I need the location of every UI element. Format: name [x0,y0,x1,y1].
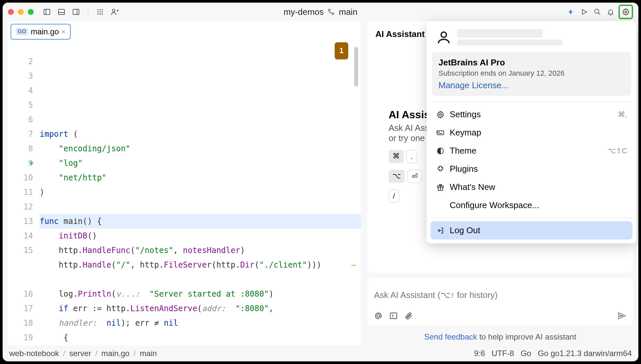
grid-icon[interactable] [95,7,105,17]
svg-point-28 [441,32,446,37]
minimize-window-button[interactable] [18,9,24,15]
tab-main-go[interactable]: GO main.go × [11,24,71,40]
shortcut-label: ⌘, [618,110,627,119]
scrollbar[interactable] [354,47,358,87]
send-icon[interactable] [617,311,626,320]
svg-point-15 [112,9,115,12]
gutter-line: 4 [8,83,33,98]
gutter-line: 16 [8,287,33,301]
code-line[interactable]: "log" [40,156,361,170]
svg-point-19 [332,13,334,15]
svg-point-18 [328,9,330,11]
branch-name: main [339,7,358,17]
manage-license-link[interactable]: Manage License... [438,80,509,91]
search-icon[interactable] [592,7,603,17]
svg-marker-24 [30,162,33,165]
plugin-icon [436,164,445,174]
project-breadcrumb[interactable]: my-demos main [283,7,358,17]
branch-icon [328,8,335,16]
kbd-slash: / [389,190,399,203]
svg-point-11 [102,11,103,13]
cursor-position[interactable]: 9:6 [474,349,485,358]
encoding[interactable]: UTF-8 [492,349,514,358]
subscription-date: Subscription ends on January 12, 2026 [438,69,624,78]
feedback-rest: to help improve AI assistant [477,332,576,341]
svg-point-23 [625,11,627,13]
warnings-badge[interactable]: 1 [335,42,348,59]
settings-button-highlighted[interactable] [619,5,633,19]
sdk[interactable]: Go go1.21.3 darwin/arm64 [538,349,632,358]
popup-item-theme[interactable]: Theme ⌥⇧C [431,142,632,160]
language[interactable]: Go [521,349,531,358]
add-user-icon[interactable] [109,7,120,17]
code-line[interactable]: import ( [40,127,361,141]
feedback-link[interactable]: Send feedback [424,332,477,341]
svg-line-22 [598,13,600,15]
popup-item-settings[interactable]: Settings ⌘, [431,105,632,124]
maximize-window-button[interactable] [28,9,34,15]
logout-icon [436,226,445,235]
kbd-cmd: ⌘ [389,150,404,163]
code-line[interactable]: { [40,330,361,345]
gutter-line: 14 [8,229,33,243]
gutter-line: 9 [8,156,33,170]
shortcut-label: ⌥⇧C [608,147,627,155]
code-line[interactable] [40,98,361,112]
code-line[interactable]: if err := http.ListenAndServe(addr: ":80… [40,301,361,316]
panel-bottom-icon[interactable] [56,7,67,17]
run-gutter-icon[interactable] [29,161,34,166]
popup-item-plugins[interactable]: Plugins [431,160,632,178]
mention-icon[interactable] [374,311,383,320]
subscription-title: JetBrains AI Pro [438,57,624,68]
popup-item-workspace[interactable]: Configure Workspace... [431,196,632,214]
inspection-marker[interactable]: — [352,258,356,272]
gutter-line: 19 [8,330,33,345]
code-line[interactable]: func main() { [40,214,361,229]
code-block-icon[interactable] [389,311,398,320]
gear-icon [436,110,445,119]
gutter-line: 8 [8,141,33,156]
panel-left-icon[interactable] [42,7,52,17]
editor-panel: GO main.go × 234567891011121314151617181… [8,21,361,346]
subscription-box: JetBrains AI Pro Subscription ends on Ja… [432,52,631,96]
popup-item-logout[interactable]: Log Out [431,221,632,239]
close-tab-icon[interactable]: × [61,28,65,36]
tab-filetype-badge: GO [16,28,28,35]
run-icon[interactable] [579,7,589,17]
code-line[interactable]: log.Println(v...: "Server started at :80… [40,287,361,301]
popup-item-whatsnew[interactable]: What's New [431,178,632,196]
code-line[interactable]: ) [40,185,361,200]
svg-rect-26 [390,313,397,318]
code-line[interactable]: "encoding/json" [40,141,361,156]
bell-icon[interactable] [605,7,616,17]
svg-rect-0 [44,9,50,15]
tab-bar: GO main.go × [8,21,361,40]
code-line[interactable]: "net/http" [40,170,361,185]
project-name: my-demos [283,7,323,17]
bolt-icon[interactable] [566,7,576,17]
close-window-button[interactable] [8,9,14,15]
code-editor[interactable]: 2345678910111213141516171819 1 import ( … [8,40,361,346]
panel-right-icon[interactable] [71,7,81,17]
tab-filename: main.go [31,27,59,36]
code-line[interactable]: log.Fatal(err) [40,345,361,346]
popup-user-row [431,25,632,50]
ai-input[interactable] [374,283,626,307]
svg-point-7 [99,9,101,11]
svg-rect-30 [437,131,444,135]
code-line[interactable]: handler: nil); err ≠ nil [40,316,361,330]
code-line[interactable] [40,200,361,214]
code-line[interactable]: http.HandleFunc("/notes", notesHandler) [40,243,361,258]
attachment-icon[interactable] [404,311,413,320]
gutter-line: 7 [8,127,33,141]
code-line[interactable]: initDB() [40,229,361,243]
code-line[interactable] [40,272,361,287]
breadcrumb[interactable]: web-notebook / server / main.go / main [9,349,157,358]
crumb-3: main [140,349,157,358]
svg-rect-4 [73,9,79,15]
user-email-blurred [457,40,563,46]
popup-item-keymap[interactable]: Keymap [431,124,632,142]
code-line[interactable]: http.Handle("/", http.FileServer(http.Di… [40,258,361,272]
code-line[interactable] [40,112,361,127]
feedback-line: Send feedback to help improve AI assista… [367,331,633,346]
